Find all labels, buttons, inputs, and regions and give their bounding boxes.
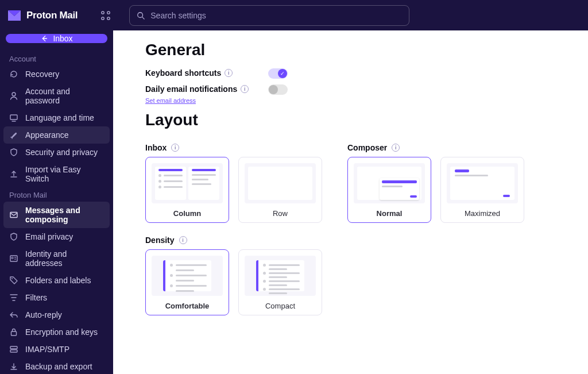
preview-thumbnail <box>354 163 425 203</box>
density-option-comfortable[interactable]: Comfortable <box>145 249 229 315</box>
search-settings-input[interactable] <box>129 5 409 26</box>
inbox-layout-option-column[interactable]: Column <box>145 157 229 223</box>
svg-rect-8 <box>10 115 17 119</box>
sidebar-item-imap-smtp[interactable]: IMAP/SMTP <box>3 341 110 358</box>
sidebar-item-label: IMAP/SMTP <box>25 345 69 354</box>
composer-layout-label: Composer <box>347 143 387 152</box>
tag-icon <box>9 276 18 285</box>
info-icon[interactable]: i <box>171 144 179 152</box>
sidebar-item-filters[interactable]: Filters <box>3 289 110 306</box>
reply-icon <box>9 310 18 319</box>
envelope-icon <box>9 210 18 219</box>
sidebar-item-identity-and-addresses[interactable]: Identity and addresses <box>3 245 110 272</box>
sidebar-item-account-and-password[interactable]: Account and password <box>3 83 110 109</box>
info-icon[interactable]: i <box>392 144 400 152</box>
sidebar-item-auto-reply[interactable]: Auto-reply <box>3 306 110 323</box>
card-label: Row <box>273 209 288 218</box>
sidebar-item-security-and-privacy[interactable]: Security and privacy <box>3 144 110 161</box>
info-icon[interactable]: i <box>225 69 233 77</box>
sidebar-item-encryption-and-keys[interactable]: Encryption and keys <box>3 323 110 341</box>
arrow-rotate-icon <box>9 70 18 79</box>
preview-thumbnail <box>152 256 223 296</box>
upload-icon <box>9 169 18 179</box>
sidebar-item-recovery[interactable]: Recovery <box>3 65 110 83</box>
svg-point-0 <box>102 11 104 13</box>
sidebar-item-label: Identity and addresses <box>25 249 104 268</box>
lock-icon <box>9 327 18 337</box>
set-email-address-link[interactable]: Set email address <box>145 97 196 104</box>
sidebar-item-label: Messages and composing <box>25 206 104 224</box>
preview-thumbnail <box>447 163 518 203</box>
sidebar-item-backup-and-export[interactable]: Backup and export <box>3 358 110 374</box>
composer-layout-option-maximized[interactable]: Maximized <box>440 157 524 223</box>
sidebar-item-label: Filters <box>25 293 47 302</box>
card-label: Compact <box>265 302 295 310</box>
info-icon[interactable]: i <box>179 236 187 244</box>
sidebar-item-folders-and-labels[interactable]: Folders and labels <box>3 272 110 289</box>
brand[interactable]: Proton Mail <box>5 9 78 22</box>
sidebar-item-label: Appearance <box>25 130 69 140</box>
sidebar-section-label: Proton Mail <box>3 187 110 202</box>
svg-rect-10 <box>10 213 17 218</box>
apps-grid-icon[interactable] <box>100 10 111 21</box>
sidebar-item-label: Language and time <box>25 113 94 122</box>
inbox-layout-label: Inbox <box>145 143 167 152</box>
arrow-left-icon <box>40 34 48 43</box>
sidebar-section-label: Account <box>3 51 110 65</box>
sidebar-item-label: Email privacy <box>25 232 73 241</box>
sidebar-item-import-via-easy-switch[interactable]: Import via Easy Switch <box>3 161 110 187</box>
sidebar-item-label: Folders and labels <box>25 276 91 285</box>
sidebar-item-label: Auto-reply <box>25 310 62 319</box>
sidebar: Inbox AccountRecoveryAccount and passwor… <box>0 30 113 374</box>
keyboard-shortcuts-toggle[interactable]: ✓ <box>268 68 288 79</box>
svg-point-2 <box>102 17 104 19</box>
svg-rect-17 <box>10 346 17 349</box>
keyboard-shortcuts-label: Keyboard shortcuts <box>145 68 221 78</box>
svg-line-5 <box>142 17 145 19</box>
proton-logo-icon <box>7 9 22 22</box>
info-icon[interactable]: i <box>241 85 249 93</box>
brush-icon <box>9 130 18 140</box>
preview-thumbnail <box>245 256 316 296</box>
export-icon <box>9 362 18 371</box>
sidebar-item-label: Security and privacy <box>25 148 98 157</box>
id-card-icon <box>9 254 18 263</box>
svg-point-1 <box>107 11 110 13</box>
card-label: Normal <box>377 209 403 218</box>
inbox-layout-option-row[interactable]: Row <box>238 157 322 223</box>
search-icon <box>137 11 145 20</box>
shield-icon <box>9 232 18 241</box>
preview-thumbnail <box>245 163 316 203</box>
sidebar-item-label: Encryption and keys <box>25 327 98 337</box>
inbox-button[interactable]: Inbox <box>6 34 107 43</box>
svg-rect-18 <box>10 350 17 352</box>
daily-email-notifications-toggle[interactable] <box>268 84 288 95</box>
composer-layout-option-normal[interactable]: Normal <box>347 157 431 223</box>
svg-point-3 <box>107 17 110 19</box>
card-label: Comfortable <box>165 302 210 310</box>
card-label: Column <box>173 209 201 218</box>
layout-title: Layout <box>145 111 556 129</box>
svg-point-12 <box>11 257 13 259</box>
user-icon <box>9 91 18 101</box>
sidebar-item-email-privacy[interactable]: Email privacy <box>3 228 110 245</box>
monitor-icon <box>9 113 18 122</box>
svg-rect-16 <box>11 331 17 336</box>
shield-icon <box>9 148 18 157</box>
filter-icon <box>9 293 18 302</box>
sidebar-item-language-and-time[interactable]: Language and time <box>3 109 110 126</box>
sidebar-item-label: Import via Easy Switch <box>25 165 104 183</box>
topbar: Proton Mail <box>0 0 588 30</box>
sidebar-item-messages-and-composing[interactable]: Messages and composing <box>3 202 110 228</box>
card-label: Maximized <box>465 209 500 218</box>
sidebar-item-label: Backup and export <box>25 362 92 371</box>
sidebar-item-appearance[interactable]: Appearance <box>3 126 110 144</box>
sidebar-item-label: Account and password <box>25 87 104 105</box>
density-option-compact[interactable]: Compact <box>238 249 322 315</box>
general-title: General <box>145 41 556 59</box>
preview-thumbnail <box>152 163 223 203</box>
brand-text: Proton Mail <box>26 10 78 21</box>
density-label: Density <box>145 236 175 245</box>
sidebar-item-label: Recovery <box>25 70 59 79</box>
inbox-button-label: Inbox <box>53 34 72 43</box>
